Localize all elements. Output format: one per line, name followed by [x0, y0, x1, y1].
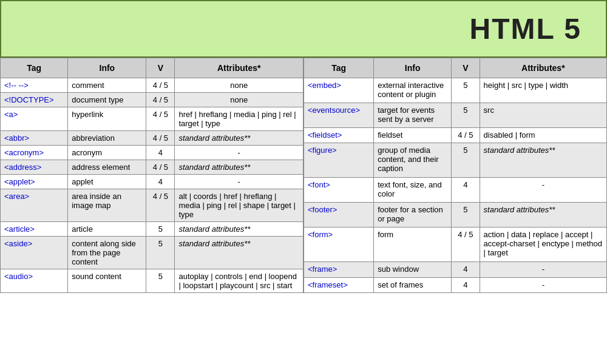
tag-name[interactable]: <audio> — [4, 272, 33, 281]
version-cell: 5 — [452, 143, 480, 178]
version-cell: 4 — [452, 178, 480, 203]
tag-name[interactable]: <figure> — [308, 146, 337, 155]
tag-cell: <!-- --> — [1, 78, 68, 93]
info-cell: group of media content, and their captio… — [374, 143, 452, 178]
tag-name[interactable]: <!DOCTYPE> — [4, 95, 54, 104]
tag-name[interactable]: <frameset> — [308, 280, 348, 289]
tag-name[interactable]: <article> — [4, 224, 35, 234]
right-table: TagInfoVAttributes*<embed>external inter… — [304, 58, 607, 293]
left-table: TagInfoVAttributes*<!-- -->comment4 / 5n… — [0, 58, 304, 293]
attributes-cell: - — [480, 277, 606, 292]
column-header-v: V — [452, 58, 480, 78]
tag-cell: <embed> — [304, 78, 374, 103]
version-cell: 4 / 5 — [146, 131, 175, 146]
tag-name[interactable]: <font> — [308, 180, 330, 189]
table-row: <article>article5standard attributes** — [1, 222, 304, 237]
header: HTML 5 — [0, 0, 607, 58]
attributes-cell: standard attributes** — [480, 143, 606, 178]
table-row: <frameset>set of frames4- — [304, 277, 607, 292]
tag-name[interactable]: <footer> — [308, 205, 337, 214]
table-row: <applet>applet4- — [1, 175, 304, 189]
version-cell: 4 / 5 — [146, 160, 175, 175]
attributes-cell: action | data | replace | accept | accep… — [480, 228, 606, 262]
info-cell: external interactive content or plugin — [374, 78, 452, 103]
info-cell: form — [374, 228, 452, 262]
info-cell: document type — [68, 93, 146, 107]
version-cell: 4 / 5 — [452, 228, 480, 262]
info-cell: footer for a section or page — [374, 203, 452, 228]
tag-cell: <figure> — [304, 143, 374, 178]
tag-cell: <frameset> — [304, 277, 374, 292]
info-cell: sub window — [374, 262, 452, 277]
info-cell: text font, size, and color — [374, 178, 452, 203]
attributes-cell: - — [175, 146, 304, 160]
version-cell: 4 / 5 — [146, 107, 175, 131]
column-header-attributes-: Attributes* — [175, 58, 304, 78]
version-cell: 4 — [146, 175, 175, 189]
table-row: <a>hyperlink4 / 5href | hreflang | media… — [1, 107, 304, 131]
tag-name[interactable]: <area> — [4, 192, 29, 201]
table-row: <font>text font, size, and color4- — [304, 178, 607, 203]
attributes-cell: standard attributes** — [480, 203, 606, 228]
tag-name[interactable]: <form> — [308, 230, 333, 239]
info-cell: hyperlink — [68, 107, 146, 131]
table-row: <form>form4 / 5action | data | replace |… — [304, 228, 607, 262]
tag-name[interactable]: <a> — [4, 110, 18, 119]
column-header-v: V — [146, 58, 175, 78]
column-header-attributes-: Attributes* — [480, 58, 606, 78]
version-cell: 4 — [452, 277, 480, 292]
info-cell: comment — [68, 78, 146, 93]
tag-cell: <applet> — [1, 175, 68, 189]
version-cell: 4 / 5 — [146, 189, 175, 222]
attributes-cell: - — [480, 262, 606, 277]
tag-name[interactable]: <embed> — [308, 81, 341, 90]
column-header-info: Info — [68, 58, 146, 78]
column-header-tag: Tag — [1, 58, 68, 78]
tag-name[interactable]: <abbr> — [4, 133, 29, 143]
info-cell: article — [68, 222, 146, 237]
table-row: <!DOCTYPE>document type4 / 5none — [1, 93, 304, 107]
tag-name[interactable]: <acronym> — [4, 148, 44, 157]
info-cell: fieldset — [374, 128, 452, 143]
tag-name[interactable]: <eventsource> — [308, 106, 360, 115]
attributes-cell: - — [480, 178, 606, 203]
attributes-cell: src — [480, 103, 606, 128]
version-cell: 4 / 5 — [146, 78, 175, 93]
attributes-cell: height | src | type | width — [480, 78, 606, 103]
version-cell: 4 — [452, 262, 480, 277]
tag-name[interactable]: <address> — [4, 163, 41, 172]
tag-cell: <address> — [1, 160, 68, 175]
tag-name[interactable]: <fieldset> — [308, 130, 342, 140]
tag-cell: <!DOCTYPE> — [1, 93, 68, 107]
version-cell: 5 — [452, 203, 480, 228]
info-cell: abbreviation — [68, 131, 146, 146]
version-cell: 5 — [146, 269, 175, 293]
attributes-cell: - — [175, 175, 304, 189]
column-header-info: Info — [374, 58, 452, 78]
tag-name[interactable]: <applet> — [4, 177, 35, 186]
tag-name[interactable]: <frame> — [308, 265, 337, 274]
tag-name[interactable]: <aside> — [4, 239, 32, 248]
table-row: <address>address element4 / 5standard at… — [1, 160, 304, 175]
info-cell: content along side from the page content — [68, 237, 146, 269]
attributes-cell: none — [175, 78, 304, 93]
tag-cell: <eventsource> — [304, 103, 374, 128]
table-row: <acronym>acronym4- — [1, 146, 304, 160]
tag-cell: <abbr> — [1, 131, 68, 146]
attributes-cell: autoplay | controls | end | loopend | lo… — [175, 269, 304, 293]
page-title: HTML 5 — [25, 12, 582, 46]
info-cell: address element — [68, 160, 146, 175]
version-cell: 5 — [146, 222, 175, 237]
version-cell: 4 / 5 — [146, 93, 175, 107]
tag-cell: <area> — [1, 189, 68, 222]
tag-name[interactable]: <!-- --> — [4, 81, 29, 90]
tag-cell: <acronym> — [1, 146, 68, 160]
info-cell: sound content — [68, 269, 146, 293]
table-row: <area>area inside an image map4 / 5alt |… — [1, 189, 304, 222]
version-cell: 5 — [452, 103, 480, 128]
column-header-tag: Tag — [304, 58, 374, 78]
main-content: TagInfoVAttributes*<!-- -->comment4 / 5n… — [0, 58, 607, 293]
attributes-cell: standard attributes** — [175, 237, 304, 269]
info-cell: applet — [68, 175, 146, 189]
table-row: <fieldset>fieldset4 / 5disabled | form — [304, 128, 607, 143]
